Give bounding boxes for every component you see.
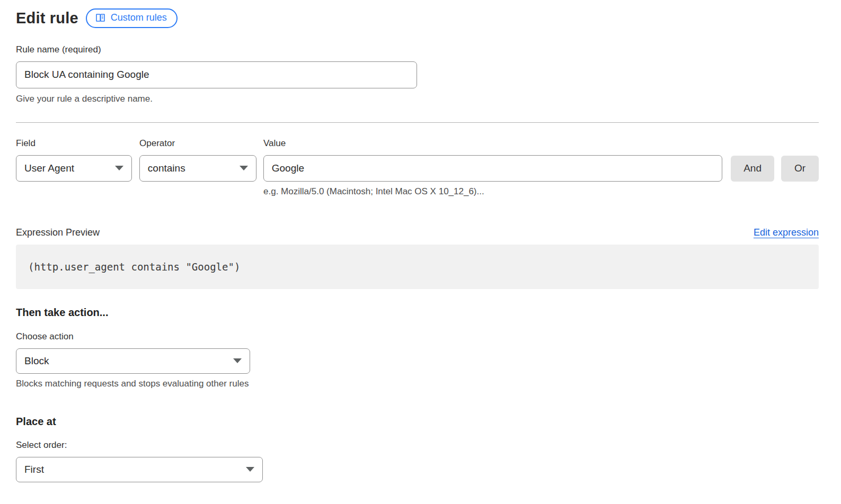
action-select-value: Block [24, 355, 49, 367]
expression-preview-label: Expression Preview [16, 227, 100, 238]
select-order-label: Select order: [16, 440, 819, 451]
expression-code: (http.user_agent contains "Google") [28, 261, 240, 273]
operator-select[interactable]: contains [139, 155, 256, 182]
value-input[interactable] [263, 155, 722, 182]
section-divider [16, 122, 819, 123]
caret-down-icon [240, 166, 248, 170]
or-button[interactable]: Or [781, 156, 819, 182]
and-button[interactable]: And [731, 156, 774, 182]
edit-rule-page: Edit rule Custom rules Rule name (requir… [0, 0, 841, 504]
builder-labels-row: Field Operator Value [16, 138, 819, 155]
caret-down-icon [246, 467, 254, 472]
page-title: Edit rule [16, 10, 78, 27]
edit-expression-link[interactable]: Edit expression [754, 227, 819, 238]
action-select[interactable]: Block [16, 348, 250, 374]
rule-name-help: Give your rule a descriptive name. [16, 94, 819, 104]
action-help: Blocks matching requests and stops evalu… [16, 379, 819, 389]
rule-name-section: Rule name (required) Give your rule a de… [16, 44, 819, 104]
field-select[interactable]: User Agent [16, 155, 132, 182]
operator-label: Operator [139, 138, 256, 149]
custom-rules-badge-label: Custom rules [111, 12, 167, 24]
field-label: Field [16, 138, 132, 149]
caret-down-icon [115, 166, 123, 170]
expression-builder: Field Operator Value User Agent contains… [16, 138, 819, 197]
rule-name-label: Rule name (required) [16, 44, 819, 55]
caret-down-icon [233, 358, 242, 363]
builder-controls-row: User Agent contains And Or [16, 155, 819, 182]
action-heading: Then take action... [16, 307, 819, 319]
operator-select-value: contains [148, 163, 185, 174]
placement-section: Place at Select order: First [16, 416, 819, 482]
choose-action-label: Choose action [16, 331, 819, 342]
order-select-value: First [24, 464, 44, 475]
action-section: Then take action... Choose action Block … [16, 307, 819, 389]
field-select-value: User Agent [24, 163, 74, 174]
value-help: e.g. Mozilla/5.0 (Macintosh; Intel Mac O… [263, 186, 819, 197]
open-book-icon [95, 12, 106, 23]
order-select[interactable]: First [16, 457, 263, 482]
custom-rules-badge[interactable]: Custom rules [86, 8, 178, 28]
expression-preview-box: (http.user_agent contains "Google") [16, 245, 819, 289]
place-at-heading: Place at [16, 416, 819, 428]
value-label: Value [263, 138, 723, 149]
expression-preview-section: Expression Preview Edit expression (http… [16, 227, 819, 289]
rule-name-input[interactable] [16, 61, 417, 88]
page-header: Edit rule Custom rules [16, 8, 819, 28]
